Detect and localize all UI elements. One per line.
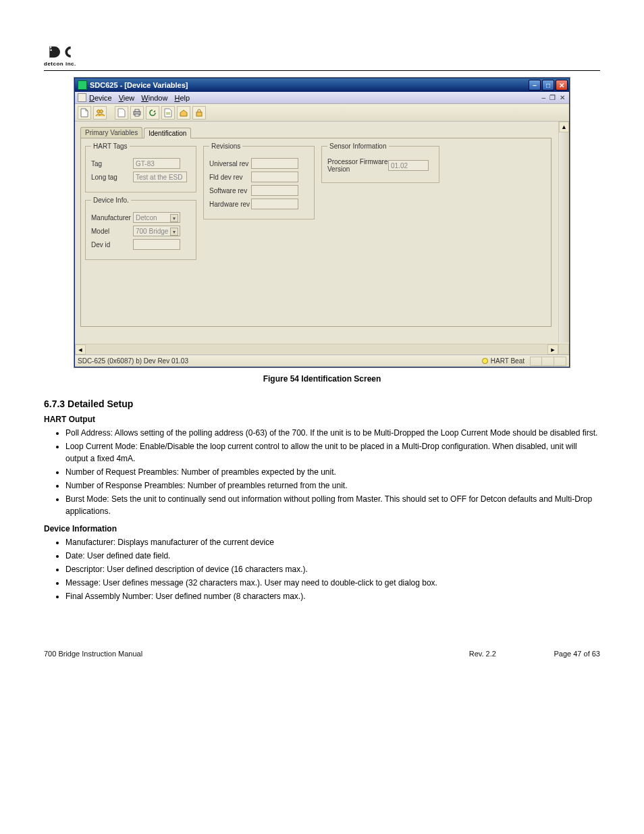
chevron-down-icon[interactable]: ▾ (170, 214, 178, 222)
footer-page: Page 47 of 63 (554, 650, 600, 658)
list-item: Number of Request Preambles: Number of p… (65, 466, 600, 478)
titlebar: SDC625 - [Device Variables] – □ ✕ (75, 78, 569, 92)
list-item: Number of Response Preambles: Number of … (65, 479, 600, 492)
heading-hart-output: HART Output (44, 415, 600, 424)
group-sensor-info: Sensor Information Processor Firmware Ve… (321, 142, 439, 183)
hart-beat-indicator: HART Beat (482, 357, 525, 365)
tab-primary-variables[interactable]: Primary Variables (80, 127, 142, 138)
app-window: SDC625 - [Device Variables] – □ ✕ Device… (74, 78, 570, 367)
footer-rev: Rev. 2.2 (469, 650, 496, 658)
scroll-up-icon[interactable]: ▲ (559, 122, 569, 132)
list-item: Poll Address: Allows setting of the poll… (65, 427, 600, 439)
toolbar-users-icon[interactable] (93, 106, 107, 120)
field-manufacturer[interactable]: Detcon ▾ (133, 212, 180, 223)
toolbar-doc2-icon[interactable] (161, 106, 175, 120)
footer-left: 700 Bridge Instruction Manual (44, 650, 142, 658)
scroll-track[interactable] (86, 344, 547, 355)
menu-device[interactable]: Device (89, 94, 112, 102)
maximize-button[interactable]: □ (542, 80, 554, 90)
field-long-tag[interactable]: Test at the ESD (133, 172, 187, 182)
toolbar-home-icon[interactable] (177, 106, 190, 120)
hart-beat-lamp-icon (482, 358, 488, 364)
value-manufacturer: Detcon (136, 214, 157, 221)
toolbar-lock-icon[interactable] (192, 106, 206, 120)
list-hart-output: Poll Address: Allows setting of the poll… (44, 427, 600, 517)
scroll-right-icon[interactable]: ► (547, 344, 558, 355)
window-title: SDC625 - [Device Variables] (90, 81, 188, 89)
horizontal-scrollbar[interactable]: ◄ ► (75, 344, 558, 355)
field-tag[interactable]: GT-83 (133, 158, 180, 169)
menu-bar: Device View Window Help – ❐ ✕ (75, 92, 569, 104)
toolbar-refresh-icon[interactable] (146, 106, 159, 120)
field-firmware-version[interactable]: 01.02 (388, 160, 429, 171)
client-area: Primary Variables Identification HART Ta… (75, 122, 569, 355)
field-hardware-rev[interactable] (251, 199, 298, 209)
vertical-scrollbar[interactable]: ▲ (558, 122, 569, 342)
tab-page: HART Tags Tag GT-83 Long tag Test at the… (80, 138, 552, 327)
svg-rect-6 (135, 109, 139, 111)
header-rule (44, 70, 600, 71)
status-bar: SDC-625 (0x6087) b) Dev Rev 01.03 HART B… (75, 355, 569, 367)
value-model: 700 Bridge (136, 228, 168, 235)
figure-caption: Figure 54 Identification Screen (44, 374, 600, 384)
label-devid: Dev id (91, 241, 133, 249)
scroll-left-icon[interactable]: ◄ (75, 344, 86, 355)
list-item: Burst Mode: Sets the unit to continually… (65, 493, 600, 517)
list-item: Manufacturer: Displays manufacturer of t… (65, 536, 600, 548)
list-item: Date: User defined date field. (65, 550, 600, 562)
legend-revisions: Revisions (209, 142, 242, 150)
brand-logo: detcon inc. (44, 44, 76, 67)
label-manufacturer: Manufacturer (91, 214, 133, 221)
close-button[interactable]: ✕ (556, 80, 568, 90)
toolbar-doc1-icon[interactable] (115, 106, 128, 120)
brand-text: detcon inc. (44, 61, 76, 67)
app-icon (78, 80, 87, 90)
field-model[interactable]: 700 Bridge ▾ (133, 226, 180, 236)
chevron-down-icon[interactable]: ▾ (170, 228, 178, 236)
label-hardware-rev: Hardware rev (209, 201, 251, 208)
list-item: Loop Current Mode: Enable/Disable the lo… (65, 440, 600, 465)
label-tag: Tag (91, 160, 133, 167)
heading-detailed-setup: 6.7.3 Detailed Setup (44, 398, 600, 409)
list-item: Final Assembly Number: User defined numb… (65, 590, 600, 602)
group-device-info: Device Info. Manufacturer Detcon ▾ Model (85, 197, 196, 260)
label-software-rev: Software rev (209, 187, 251, 194)
svg-rect-8 (196, 112, 202, 116)
field-devid[interactable] (133, 239, 180, 250)
window-controls: – □ ✕ (529, 78, 569, 92)
hart-beat-label: HART Beat (491, 357, 525, 365)
group-hart-tags: HART Tags Tag GT-83 Long tag Test at the… (85, 142, 196, 192)
mdi-close-icon[interactable]: ✕ (560, 94, 565, 101)
scroll-corner (558, 344, 569, 355)
svg-rect-1 (50, 47, 51, 49)
list-device-information: Manufacturer: Displays manufacturer of t… (44, 536, 600, 602)
toolbar-new-icon[interactable] (78, 106, 91, 120)
mdi-minimize-icon[interactable]: – (541, 94, 545, 101)
mdi-doc-icon (78, 93, 86, 102)
minimize-button[interactable]: – (529, 80, 541, 90)
heading-device-information: Device Information (44, 524, 600, 533)
menu-view[interactable]: View (119, 94, 135, 102)
menu-window[interactable]: Window (141, 94, 167, 102)
legend-sensor-info: Sensor Information (327, 142, 389, 150)
svg-rect-7 (135, 114, 139, 116)
mdi-restore-icon[interactable]: ❐ (549, 94, 556, 101)
label-model: Model (91, 228, 133, 235)
group-revisions: Revisions Universal rev Fld dev rev Soft… (203, 142, 315, 219)
field-software-rev[interactable] (251, 185, 298, 196)
label-universal-rev: Universal rev (209, 160, 251, 167)
toolbar-print-icon[interactable] (130, 106, 144, 120)
field-universal-rev[interactable] (251, 158, 298, 169)
status-text: SDC-625 (0x6087) b) Dev Rev 01.03 (78, 357, 188, 365)
list-item: Message: User defines message (32 charac… (65, 577, 600, 589)
field-flddev-rev[interactable] (251, 172, 298, 182)
tab-identification[interactable]: Identification (144, 128, 191, 138)
list-item: Descriptor: User defined description of … (65, 563, 600, 575)
svg-point-4 (100, 109, 103, 113)
svg-rect-2 (50, 49, 52, 51)
label-flddev-rev: Fld dev rev (209, 174, 251, 181)
menu-help[interactable]: Help (174, 94, 190, 102)
status-cells (530, 357, 566, 366)
legend-hart-tags: HART Tags (91, 142, 130, 150)
detcon-logo-icon (47, 44, 73, 60)
